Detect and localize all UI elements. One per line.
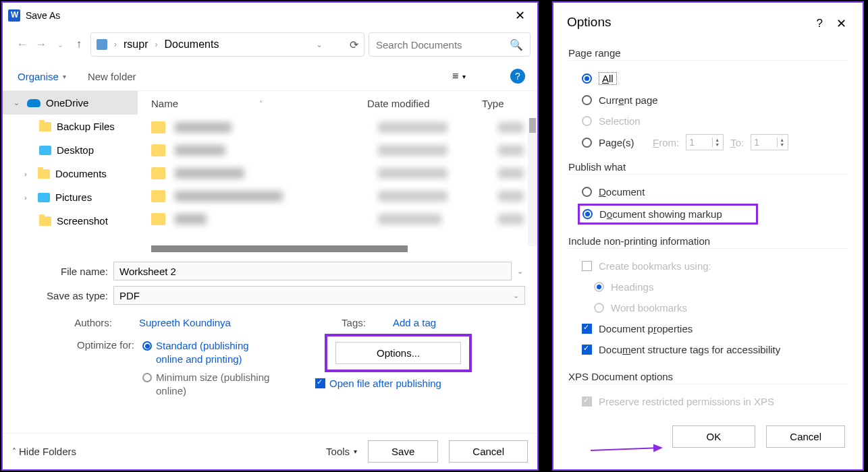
help-icon[interactable]: ? bbox=[510, 69, 525, 84]
pictures-icon bbox=[38, 193, 50, 202]
new-folder-button[interactable]: New folder bbox=[88, 71, 136, 82]
back-arrow-icon[interactable]: ← bbox=[15, 38, 30, 51]
file-name-input[interactable] bbox=[113, 262, 512, 281]
headings-radio: Headings bbox=[568, 276, 848, 297]
search-icon[interactable]: 🔍 bbox=[510, 38, 523, 51]
page-range-all-radio[interactable]: All bbox=[568, 67, 848, 90]
checkbox-checked-icon[interactable] bbox=[315, 378, 325, 388]
radio-disabled-icon bbox=[582, 116, 592, 126]
save-button[interactable]: Save bbox=[368, 440, 438, 463]
publish-what-header: Publish what bbox=[568, 161, 848, 175]
col-date[interactable]: Date modified bbox=[367, 98, 482, 109]
forward-arrow-icon[interactable]: → bbox=[34, 38, 49, 51]
save-type-label: Save as type: bbox=[15, 290, 108, 301]
chevron-down-icon[interactable]: ⌄ bbox=[13, 98, 22, 107]
arrow-annotation-icon bbox=[587, 442, 668, 456]
list-item[interactable] bbox=[138, 185, 537, 208]
explorer-pane: ⌄ OneDrive Backup Files Desktop › Docume… bbox=[3, 90, 537, 252]
radio-checked-icon bbox=[142, 341, 152, 351]
chevron-right-icon: › bbox=[114, 40, 117, 49]
vertical-scrollbar[interactable] bbox=[528, 118, 537, 246]
chevron-right-icon[interactable]: › bbox=[24, 194, 32, 202]
list-item[interactable] bbox=[138, 116, 537, 139]
horizontal-scrollbar[interactable] bbox=[151, 245, 408, 252]
col-name[interactable]: Name bbox=[151, 98, 178, 109]
page-range-current-radio[interactable]: Current page bbox=[568, 90, 848, 111]
doc-props-checkbox[interactable]: Document properties bbox=[568, 318, 848, 339]
radio-unchecked-icon bbox=[582, 95, 592, 105]
create-bookmarks-checkbox: Create bookmarks using: bbox=[568, 256, 848, 276]
ok-button[interactable]: OK bbox=[672, 425, 756, 448]
path-folder: Documents bbox=[164, 38, 219, 51]
close-icon[interactable]: ✕ bbox=[830, 16, 853, 31]
history-dropdown-icon[interactable]: ⌄ bbox=[53, 40, 67, 49]
tags-link[interactable]: Add a tag bbox=[393, 317, 436, 328]
publish-markup-label[interactable]: Document showing markup bbox=[599, 208, 722, 220]
authors-label: Authors: bbox=[45, 317, 112, 328]
tree-screenshot[interactable]: Screenshot bbox=[3, 209, 138, 233]
open-after-label: Open file after publishing bbox=[329, 378, 441, 389]
titlebar: Save As ✕ bbox=[3, 3, 537, 28]
address-bar[interactable]: › rsupr › Documents ⌄ ⟳ bbox=[90, 32, 364, 57]
folder-icon bbox=[39, 122, 51, 131]
checkbox-unchecked-icon bbox=[582, 261, 592, 271]
page-range-selection-radio: Selection bbox=[568, 111, 848, 131]
location-icon bbox=[97, 39, 107, 50]
preserve-xps-checkbox: Preserve restricted permissions in XPS bbox=[568, 391, 848, 412]
optimize-minimum-radio[interactable]: Minimum size (publishing online) bbox=[142, 371, 271, 399]
tree-onedrive[interactable]: ⌄ OneDrive bbox=[3, 91, 138, 115]
tree-documents[interactable]: › Documents bbox=[3, 162, 138, 185]
list-item[interactable] bbox=[138, 162, 537, 185]
options-button-highlight: Options... bbox=[325, 334, 472, 372]
optimize-standard-radio[interactable]: Standard (publishing online and printing… bbox=[142, 339, 271, 367]
view-mode-button[interactable]: ≡ ▾ bbox=[452, 69, 475, 84]
list-item[interactable] bbox=[138, 208, 537, 231]
from-spinner[interactable]: ▲▼ bbox=[686, 134, 724, 150]
column-headers: Name˄ Date modified Type bbox=[138, 91, 537, 116]
tags-label: Tags: bbox=[339, 317, 366, 328]
struct-tags-checkbox[interactable]: Document structure tags for accessibilit… bbox=[568, 339, 848, 360]
checkbox-disabled-icon bbox=[582, 396, 592, 407]
from-label: From: bbox=[653, 137, 679, 148]
dialog-title: Save As bbox=[26, 10, 60, 21]
tree-pictures[interactable]: › Pictures bbox=[3, 185, 138, 209]
optimize-label: Optimize for: bbox=[45, 339, 134, 398]
publish-markup-highlight: Document showing markup bbox=[578, 204, 758, 225]
chevron-right-icon[interactable]: › bbox=[24, 170, 32, 178]
onedrive-icon bbox=[27, 99, 40, 107]
xps-header: XPS Document options bbox=[568, 371, 848, 384]
file-name-label: File name: bbox=[15, 266, 108, 277]
cancel-button[interactable]: Cancel bbox=[449, 440, 528, 463]
close-icon[interactable]: ✕ bbox=[508, 8, 532, 23]
tools-dropdown[interactable]: Tools▾ bbox=[326, 446, 357, 457]
to-spinner[interactable]: ▲▼ bbox=[751, 134, 788, 150]
help-icon[interactable]: ? bbox=[810, 17, 830, 30]
cancel-button[interactable]: Cancel bbox=[766, 425, 845, 448]
search-input[interactable] bbox=[376, 39, 510, 51]
hide-folders-toggle[interactable]: ˄ Hide Folders bbox=[12, 446, 76, 457]
checkbox-checked-icon bbox=[582, 345, 592, 355]
page-range-header: Page range bbox=[568, 47, 848, 61]
chevron-right-icon: › bbox=[155, 40, 157, 49]
up-arrow-icon[interactable]: ↑ bbox=[72, 38, 86, 51]
authors-value[interactable]: Supreeth Koundinya bbox=[139, 317, 231, 328]
bottom-bar: ˄ Hide Folders Tools▾ Save Cancel bbox=[3, 433, 537, 469]
search-box[interactable]: 🔍 bbox=[369, 32, 531, 57]
save-type-select[interactable]: PDF⌄ bbox=[113, 286, 525, 305]
checkbox-checked-icon bbox=[582, 324, 592, 334]
list-item[interactable] bbox=[138, 139, 537, 162]
radio-checked-icon[interactable] bbox=[582, 209, 593, 219]
radio-disabled-icon bbox=[594, 282, 604, 292]
chevron-down-icon[interactable]: ⌄ bbox=[316, 40, 323, 49]
options-button[interactable]: Options... bbox=[335, 342, 461, 364]
file-list: Name˄ Date modified Type bbox=[138, 91, 537, 252]
organise-dropdown[interactable]: Organise▾ bbox=[18, 71, 66, 82]
form-area: File name: ⌄ Save as type: PDF⌄ Authors:… bbox=[3, 252, 537, 398]
col-type[interactable]: Type bbox=[482, 98, 516, 109]
refresh-icon[interactable]: ⟳ bbox=[350, 38, 358, 51]
tree-backup[interactable]: Backup Files bbox=[3, 115, 138, 138]
word-icon bbox=[8, 9, 20, 22]
tree-desktop[interactable]: Desktop bbox=[3, 138, 138, 162]
radio-unchecked-icon[interactable] bbox=[582, 138, 592, 148]
publish-document-radio[interactable]: Document bbox=[568, 181, 848, 202]
